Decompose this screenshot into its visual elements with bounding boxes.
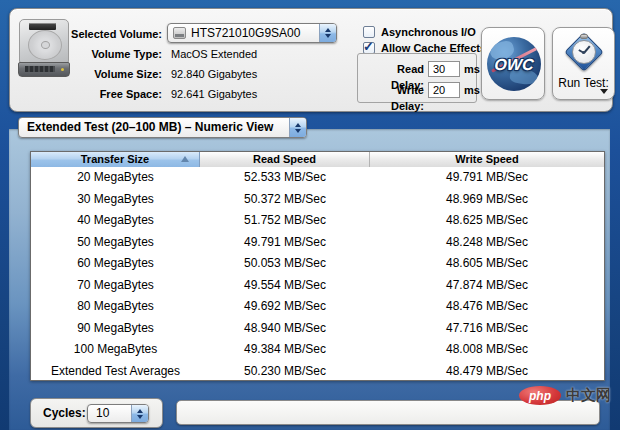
read-speed-cell: 49.384 MB/Sec — [200, 339, 370, 361]
delay-settings-group: Read Delay: ms Write Delay: ms — [357, 53, 477, 103]
column-header-write-speed[interactable]: Write Speed — [370, 152, 604, 167]
transfer-size-cell: 70 MegaBytes — [31, 275, 200, 297]
arrow-up-icon — [137, 409, 143, 413]
column-header-label: Write Speed — [455, 153, 518, 165]
php-logo-icon: php — [519, 386, 561, 405]
results-table: Transfer Size Read Speed Write Speed 20 … — [30, 151, 605, 381]
read-speed-cell: 52.533 MB/Sec — [200, 167, 370, 189]
cycles-label: Cycles: — [43, 399, 86, 427]
arrow-up-icon — [295, 123, 301, 127]
column-header-read-speed[interactable]: Read Speed — [200, 152, 370, 167]
column-header-transfer-size[interactable]: Transfer Size — [31, 152, 200, 167]
read-delay-row: Read Delay: ms — [358, 61, 476, 77]
read-speed-cell: 50.372 MB/Sec — [200, 189, 370, 211]
volume-size-value: 92.840 Gigabytes — [171, 67, 257, 81]
transfer-size-cell: Extended Test Averages — [31, 361, 200, 383]
table-row[interactable]: 30 MegaBytes 50.372 MB/Sec 48.969 MB/Sec — [31, 189, 604, 211]
arrow-down-icon — [295, 129, 301, 133]
write-speed-cell: 49.791 MB/Sec — [370, 167, 604, 189]
stopwatch-center-dot — [582, 51, 585, 54]
dropdown-arrow-icon — [600, 89, 608, 94]
write-speed-cell: 48.969 MB/Sec — [370, 189, 604, 211]
table-row[interactable]: 90 MegaBytes 48.940 MB/Sec 47.716 MB/Sec — [31, 318, 604, 340]
read-speed-cell: 50.230 MB/Sec — [200, 361, 370, 383]
test-type-popup-value: Extended Test (20–100 MB) – Numeric View — [27, 118, 273, 137]
sort-ascending-icon — [181, 156, 189, 162]
transfer-size-cell: 100 MegaBytes — [31, 339, 200, 361]
table-row[interactable]: 80 MegaBytes 49.692 MB/Sec 48.476 MB/Sec — [31, 296, 604, 318]
volume-mini-disk-icon — [173, 27, 186, 39]
read-speed-cell: 49.692 MB/Sec — [200, 296, 370, 318]
read-delay-unit: ms — [464, 61, 480, 77]
table-row[interactable]: 70 MegaBytes 49.554 MB/Sec 47.874 MB/Sec — [31, 275, 604, 297]
free-space-value: 92.641 Gigabytes — [171, 87, 257, 101]
write-speed-cell: 48.248 MB/Sec — [370, 232, 604, 254]
transfer-size-cell: 60 MegaBytes — [31, 253, 200, 275]
write-speed-cell: 47.874 MB/Sec — [370, 275, 604, 297]
owc-logo-button[interactable]: OWC — [481, 27, 545, 100]
write-delay-label: Write Delay: — [362, 82, 424, 114]
arrow-up-icon — [325, 28, 331, 32]
transfer-size-cell: 30 MegaBytes — [31, 189, 200, 211]
write-delay-row: Write Delay: ms — [358, 82, 476, 98]
arrow-down-icon — [325, 34, 331, 38]
check-icon: ✓ — [363, 39, 374, 54]
cycles-box: Cycles: 10 — [30, 398, 163, 428]
popup-stepper-icon[interactable] — [319, 24, 336, 42]
run-test-button[interactable]: Run Test: — [552, 27, 615, 100]
table-row[interactable]: 100 MegaBytes 49.384 MB/Sec 48.008 MB/Se… — [31, 339, 604, 361]
write-speed-cell: 48.479 MB/Sec — [370, 361, 604, 383]
table-header-row: Transfer Size Read Speed Write Speed — [31, 152, 604, 167]
write-speed-cell: 48.605 MB/Sec — [370, 253, 604, 275]
test-type-popup[interactable]: Extended Test (20–100 MB) – Numeric View — [18, 117, 307, 138]
popup-stepper-icon[interactable] — [131, 405, 148, 422]
transfer-size-cell: 40 MegaBytes — [31, 210, 200, 232]
write-delay-input[interactable] — [428, 82, 460, 98]
read-speed-cell: 48.940 MB/Sec — [200, 318, 370, 340]
volume-type-label: Volume Type: — [50, 47, 162, 61]
write-speed-cell: 48.008 MB/Sec — [370, 339, 604, 361]
async-io-checkbox-label: Asynchronous I/O — [381, 26, 476, 38]
selected-volume-label: Selected Volume: — [50, 27, 162, 41]
cycles-popup-value: 10 — [96, 405, 109, 422]
column-header-label: Read Speed — [253, 153, 316, 165]
transfer-size-cell: 50 MegaBytes — [31, 232, 200, 254]
read-speed-cell: 50.053 MB/Sec — [200, 253, 370, 275]
run-test-label: Run Test: — [553, 76, 614, 90]
checkbox-icon[interactable]: ✓ — [363, 26, 375, 38]
read-speed-cell: 51.752 MB/Sec — [200, 210, 370, 232]
write-speed-cell: 48.625 MB/Sec — [370, 210, 604, 232]
table-row[interactable]: 20 MegaBytes 52.533 MB/Sec 49.791 MB/Sec — [31, 167, 604, 189]
popup-stepper-icon[interactable] — [289, 118, 306, 137]
volume-popup-value: HTS721010G9SA00 — [191, 24, 300, 42]
write-speed-cell: 48.476 MB/Sec — [370, 296, 604, 318]
cycles-popup[interactable]: 10 — [87, 404, 149, 423]
read-delay-input[interactable] — [428, 61, 460, 77]
owc-logo-text: OWC — [487, 56, 541, 74]
table-row[interactable]: 40 MegaBytes 51.752 MB/Sec 48.625 MB/Sec — [31, 210, 604, 232]
column-header-label: Transfer Size — [81, 153, 149, 165]
transfer-size-cell: 20 MegaBytes — [31, 167, 200, 189]
watermark: php 中文网 — [519, 386, 611, 405]
read-speed-cell: 49.791 MB/Sec — [200, 232, 370, 254]
transfer-size-cell: 90 MegaBytes — [31, 318, 200, 340]
table-row[interactable]: 50 MegaBytes 49.791 MB/Sec 48.248 MB/Sec — [31, 232, 604, 254]
volume-select-popup[interactable]: HTS721010G9SA00 — [167, 23, 337, 43]
hard-drive-hub — [41, 41, 50, 49]
transfer-size-cell: 80 MegaBytes — [31, 296, 200, 318]
write-speed-cell: 47.716 MB/Sec — [370, 318, 604, 340]
owc-globe-icon: OWC — [487, 37, 541, 91]
watermark-site-text: 中文网 — [566, 386, 611, 405]
stopwatch-crown-icon — [580, 34, 588, 39]
table-body: 20 MegaBytes 52.533 MB/Sec 49.791 MB/Sec… — [31, 167, 604, 382]
settings-panel: Selected Volume: HTS721010G9SA00 Volume … — [9, 8, 613, 112]
volume-type-value: MacOS Extended — [171, 47, 257, 61]
free-space-label: Free Space: — [50, 87, 162, 101]
read-speed-cell: 49.554 MB/Sec — [200, 275, 370, 297]
volume-size-label: Volume Size: — [50, 67, 162, 81]
table-row[interactable]: Extended Test Averages 50.230 MB/Sec 48.… — [31, 361, 604, 383]
write-delay-unit: ms — [464, 82, 480, 98]
table-row[interactable]: 60 MegaBytes 50.053 MB/Sec 48.605 MB/Sec — [31, 253, 604, 275]
arrow-down-icon — [137, 415, 143, 419]
